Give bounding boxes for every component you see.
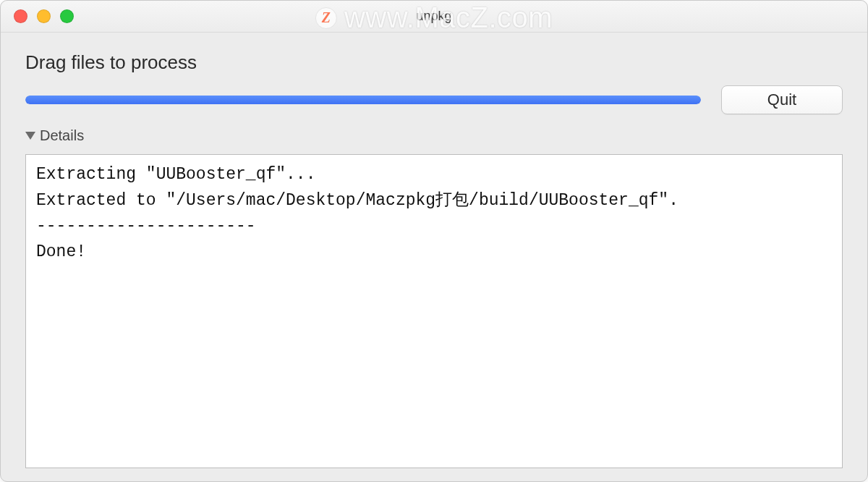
log-output[interactable]: Extracting "UUBooster_qf"... Extracted t… (25, 154, 843, 468)
details-disclosure[interactable]: Details (25, 127, 843, 144)
window-title: unpkg (416, 9, 451, 24)
zoom-icon[interactable] (60, 9, 74, 23)
minimize-icon[interactable] (37, 9, 51, 23)
content-area[interactable]: Drag files to process Quit Details Extra… (1, 33, 867, 481)
titlebar: unpkg (1, 1, 867, 33)
progress-row: Quit (25, 85, 843, 114)
close-icon[interactable] (14, 9, 27, 23)
window-controls (14, 9, 74, 23)
drop-prompt: Drag files to process (25, 51, 843, 74)
progress-fill (25, 96, 701, 104)
chevron-down-icon (25, 132, 35, 140)
app-window: unpkg Drag files to process Quit Details… (0, 0, 868, 482)
quit-button[interactable]: Quit (721, 85, 843, 114)
details-label: Details (40, 127, 84, 144)
progress-bar (25, 96, 701, 104)
